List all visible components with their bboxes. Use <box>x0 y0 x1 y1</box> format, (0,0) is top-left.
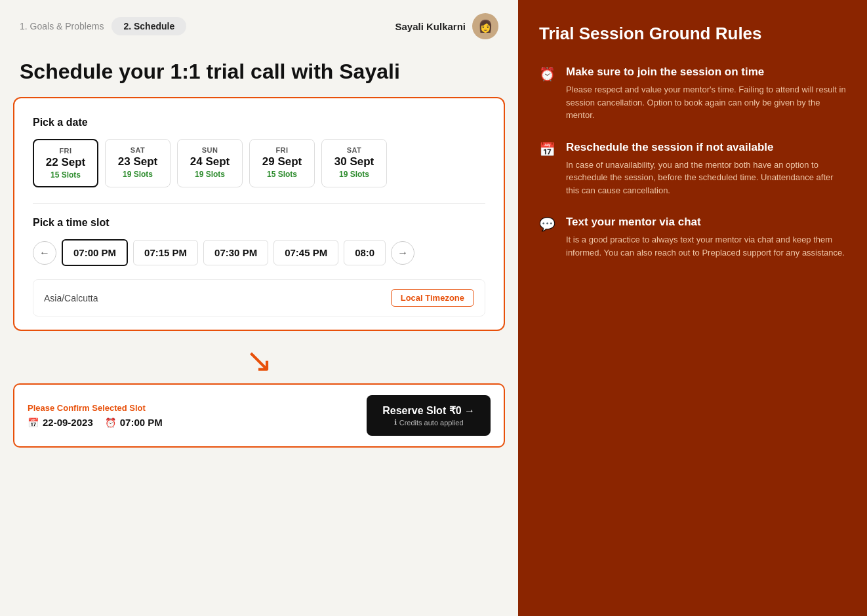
confirm-details: 📅 22-09-2023 ⏰ 07:00 PM <box>28 417 163 428</box>
pick-time-label: Pick a time slot <box>33 217 485 229</box>
date-day-0: FRI <box>43 147 88 155</box>
local-timezone-btn[interactable]: Local Timezone <box>391 289 474 307</box>
credits-label: ℹ Credits auto applied <box>394 418 464 427</box>
date-num-1: 23 Sept <box>115 155 161 168</box>
calendar-rule-icon: 📅 <box>539 142 555 157</box>
date-card-0[interactable]: FRI 22 Sept 15 Slots <box>33 139 98 187</box>
date-slots-4: 19 Slots <box>331 170 377 179</box>
chat-rule-icon: 💬 <box>539 216 555 232</box>
rule-item-2: 💬 Text your mentor via chat It is a good… <box>539 215 846 259</box>
time-row: ← 07:00 PM 07:15 PM 07:30 PM 07:45 PM 08… <box>33 239 485 266</box>
rule-content-0: Make sure to join the session on time Pl… <box>566 65 846 122</box>
pick-date-label: Pick a date <box>33 117 485 128</box>
confirm-left: Please Confirm Selected Slot 📅 22-09-202… <box>28 403 163 428</box>
date-day-4: SAT <box>331 146 377 154</box>
rule-desc-0: Please respect and value your mentor's t… <box>566 83 846 122</box>
avatar: 👩 <box>472 13 498 39</box>
top-nav: 1. Goals & Problems 2. Schedule Sayali K… <box>0 0 518 46</box>
rule-title-1: Reschedule the session if not available <box>566 140 846 155</box>
clock-rule-icon: ⏰ <box>539 66 555 82</box>
confirm-date: 📅 22-09-2023 <box>28 417 93 428</box>
reserve-btn-label: Reserve Slot ₹0 → <box>382 404 475 417</box>
rule-item-0: ⏰ Make sure to join the session on time … <box>539 65 846 122</box>
date-num-2: 24 Sept <box>187 155 233 168</box>
timezone-row: Asia/Calcutta Local Timezone <box>33 279 485 317</box>
ground-rules-title: Trial Session Ground Rules <box>539 24 846 44</box>
rule-title-0: Make sure to join the session on time <box>566 65 846 79</box>
date-slots-1: 19 Slots <box>115 170 161 179</box>
time-next-btn[interactable]: → <box>391 241 414 265</box>
date-card-1[interactable]: SAT 23 Sept 19 Slots <box>105 139 171 187</box>
right-panel: Trial Session Ground Rules ⏰ Make sure t… <box>518 0 867 616</box>
step-1-label: 1. Goals & Problems <box>20 21 104 31</box>
date-card-2[interactable]: SUN 24 Sept 19 Slots <box>177 139 243 187</box>
time-slot-3[interactable]: 07:45 PM <box>273 240 338 265</box>
calendar-icon: 📅 <box>28 417 39 428</box>
date-row: FRI 22 Sept 15 Slots SAT 23 Sept 19 Slot… <box>33 139 485 187</box>
user-info: Sayali Kulkarni 👩 <box>395 13 498 39</box>
info-icon: ℹ <box>394 418 397 427</box>
clock-icon: ⏰ <box>105 417 116 428</box>
down-arrow-icon: ↘ <box>245 344 273 377</box>
steps: 1. Goals & Problems 2. Schedule <box>20 17 186 35</box>
time-slot-4[interactable]: 08:0 <box>344 240 386 265</box>
rule-content-1: Reschedule the session if not available … <box>566 140 846 197</box>
date-day-2: SUN <box>187 146 233 154</box>
rule-desc-1: In case of unavailability, you and the m… <box>566 159 846 197</box>
time-prev-btn[interactable]: ← <box>33 241 56 265</box>
schedule-card: Pick a date FRI 22 Sept 15 Slots SAT 23 … <box>13 97 505 331</box>
rule-desc-2: It is a good practice to always text you… <box>566 233 846 259</box>
rule-title-2: Text your mentor via chat <box>566 215 846 229</box>
reserve-slot-btn[interactable]: Reserve Slot ₹0 → ℹ Credits auto applied <box>367 395 491 436</box>
date-num-4: 30 Sept <box>331 155 377 168</box>
date-card-3[interactable]: FRI 29 Sept 15 Slots <box>249 139 315 187</box>
confirm-time-value: 07:00 PM <box>120 417 163 428</box>
date-slots-2: 19 Slots <box>187 170 233 179</box>
confirm-label: Please Confirm Selected Slot <box>28 403 163 413</box>
rule-item-1: 📅 Reschedule the session if not availabl… <box>539 140 846 197</box>
arrow-area: ↘ <box>0 331 518 383</box>
step-2-label: 2. Schedule <box>111 17 186 35</box>
date-card-4[interactable]: SAT 30 Sept 19 Slots <box>321 139 387 187</box>
time-slot-2[interactable]: 07:30 PM <box>203 240 268 265</box>
date-num-0: 22 Sept <box>43 156 88 169</box>
date-slots-0: 15 Slots <box>43 170 88 180</box>
date-day-1: SAT <box>115 146 161 154</box>
date-num-3: 29 Sept <box>259 155 305 168</box>
confirm-time: ⏰ 07:00 PM <box>105 417 163 428</box>
page-title: Schedule your 1:1 trial call with Sayali <box>0 46 518 97</box>
confirm-bar: Please Confirm Selected Slot 📅 22-09-202… <box>13 383 505 448</box>
rule-content-2: Text your mentor via chat It is a good p… <box>566 215 846 259</box>
confirm-date-value: 22-09-2023 <box>43 417 93 428</box>
time-slot-1[interactable]: 07:15 PM <box>133 240 198 265</box>
date-day-3: FRI <box>259 146 305 154</box>
user-name: Sayali Kulkarni <box>395 21 466 32</box>
time-slot-0[interactable]: 07:00 PM <box>62 239 128 266</box>
left-panel: 1. Goals & Problems 2. Schedule Sayali K… <box>0 0 518 616</box>
date-slots-3: 15 Slots <box>259 170 305 179</box>
timezone-text: Asia/Calcutta <box>44 293 98 303</box>
